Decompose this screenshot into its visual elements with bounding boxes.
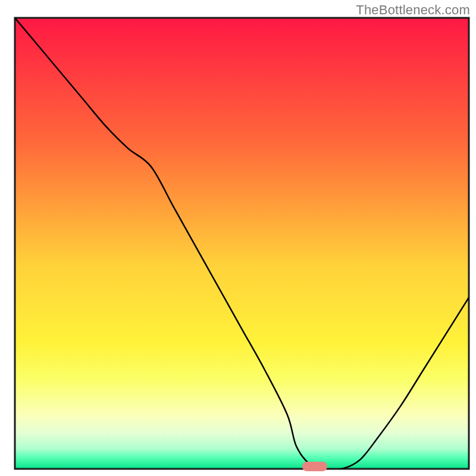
- watermark-text: TheBottleneck.com: [356, 2, 470, 18]
- optimal-marker: [302, 462, 327, 471]
- chart-container: TheBottleneck.com: [0, 0, 476, 476]
- bottleneck-chart: [0, 0, 476, 476]
- gradient-background: [15, 18, 469, 469]
